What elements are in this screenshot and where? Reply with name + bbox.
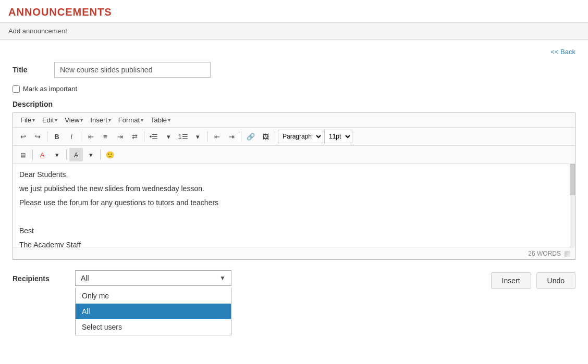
page-header: ANNOUNCEMENTS: [0, 0, 588, 22]
title-label: Title: [13, 66, 54, 74]
menu-format-caret: ▾: [141, 117, 143, 123]
menu-edit-caret: ▾: [55, 117, 57, 123]
font-color-dropdown[interactable]: ▾: [50, 148, 64, 161]
recipients-dropdown-wrapper: All ▼ Only me All Select users: [75, 270, 231, 286]
toolbar-sep-9: [100, 149, 101, 160]
description-label: Description: [13, 100, 575, 108]
highlight-button[interactable]: A: [69, 148, 83, 161]
content-area: << Back Title Mark as important Descript…: [0, 40, 588, 297]
editor-toolbar-row2: ▤ A ▾ A ▾ 🙂: [13, 146, 575, 164]
editor-line-2: we just published the new slides from we…: [19, 183, 568, 194]
editor-content[interactable]: Dear Students, we just published the new…: [13, 164, 575, 247]
undo-announcement-button[interactable]: Undo: [536, 272, 575, 289]
ordered-list-dropdown[interactable]: ▾: [191, 130, 204, 143]
menu-view-caret: ▾: [80, 117, 83, 123]
word-count-icon: ▦: [564, 249, 571, 258]
editor-menubar: File ▾ Edit ▾ View ▾ Insert ▾ Format ▾ T…: [13, 113, 575, 128]
editor-line-4: [19, 211, 568, 222]
menu-insert[interactable]: Insert ▾: [87, 115, 114, 125]
recipients-label: Recipients: [13, 270, 75, 283]
font-color-button[interactable]: A: [35, 148, 49, 161]
recipients-select[interactable]: All ▼: [75, 270, 231, 286]
mark-important-label: Mark as important: [23, 85, 77, 93]
dropdown-arrow-icon: ▼: [219, 274, 226, 282]
link-button[interactable]: 🔗: [244, 130, 258, 143]
bottom-row: Recipients All ▼ Only me All Select user…: [13, 265, 575, 289]
align-left-button[interactable]: ⇤: [84, 130, 97, 143]
recipients-dropdown-menu: Only me All Select users: [75, 288, 231, 335]
editor-scrollbar[interactable]: [570, 164, 575, 247]
word-count-bar: 26 WORDS ▦: [13, 247, 575, 259]
paragraph-select[interactable]: Paragraph: [278, 130, 323, 143]
undo-button[interactable]: ↩: [16, 130, 30, 143]
redo-button[interactable]: ↪: [31, 130, 44, 143]
menu-table-label: Table: [151, 116, 167, 124]
back-link[interactable]: << Back: [13, 48, 575, 56]
editor-line-6: The Academy Staff: [19, 240, 568, 247]
outdent-button[interactable]: ⇤: [210, 130, 224, 143]
toolbar-sep-5: [241, 131, 241, 142]
highlight-dropdown[interactable]: ▾: [84, 148, 97, 161]
title-input[interactable]: [54, 62, 211, 78]
word-count-text: 26 WORDS: [528, 250, 561, 257]
toolbar-sep-2: [81, 131, 81, 142]
dropdown-option-only-me[interactable]: Only me: [76, 288, 231, 304]
menu-insert-caret: ▾: [108, 117, 111, 123]
menu-file[interactable]: File ▾: [17, 115, 38, 125]
indent-button[interactable]: ⇥: [225, 130, 238, 143]
menu-edit-label: Edit: [42, 116, 54, 124]
align-center-button[interactable]: ≡: [99, 130, 112, 143]
unordered-list-dropdown[interactable]: ▾: [162, 130, 175, 143]
emoji-button[interactable]: 🙂: [103, 148, 117, 161]
toolbar-sep-4: [207, 131, 207, 142]
italic-button[interactable]: I: [65, 130, 78, 143]
recipients-container: Recipients All ▼ Only me All Select user…: [13, 270, 231, 286]
editor-scrollbar-thumb[interactable]: [570, 164, 575, 195]
font-size-select[interactable]: 11pt: [324, 130, 352, 143]
mark-important-row: Mark as important: [13, 85, 575, 93]
editor-toolbar-row1: ↩ ↪ B I ⇤ ≡ ⇥ ⇄ •☰ ▾ 1☰ ▾ ⇤ ⇥ 🔗 🖼 Paragr…: [13, 128, 575, 146]
mark-important-checkbox[interactable]: [13, 85, 20, 93]
editor-scroll-container: Dear Students, we just published the new…: [13, 164, 575, 247]
menu-table[interactable]: Table ▾: [148, 115, 174, 125]
back-link-anchor[interactable]: << Back: [550, 48, 575, 56]
menu-format-label: Format: [118, 116, 140, 124]
menu-format[interactable]: Format ▾: [115, 115, 146, 125]
dropdown-option-select-users[interactable]: Select users: [76, 319, 231, 335]
align-right-button[interactable]: ⇥: [113, 130, 127, 143]
title-row: Title: [13, 62, 575, 78]
toolbar-sep-7: [32, 149, 33, 160]
menu-file-caret: ▾: [32, 117, 35, 123]
editor-line-5: Best: [19, 225, 568, 236]
recipients-current-value: All: [81, 274, 89, 282]
dropdown-option-all[interactable]: All: [76, 304, 231, 319]
unordered-list-button[interactable]: •☰: [147, 130, 161, 143]
toolbar-sep-8: [66, 149, 67, 160]
page-title: ANNOUNCEMENTS: [8, 6, 580, 18]
toolbar-sep-1: [47, 131, 47, 142]
table-insert-button[interactable]: ▤: [16, 148, 30, 161]
menu-table-caret: ▾: [168, 117, 170, 123]
menu-view-label: View: [65, 116, 79, 124]
align-justify-button[interactable]: ⇄: [128, 130, 141, 143]
image-button[interactable]: 🖼: [259, 130, 272, 143]
menu-insert-label: Insert: [90, 116, 107, 124]
toolbar-sep-3: [144, 131, 144, 142]
menu-edit[interactable]: Edit ▾: [39, 115, 60, 125]
editor-line-3: Please use the forum for any questions t…: [19, 197, 568, 208]
action-buttons: Insert Undo: [491, 270, 575, 289]
breadcrumb: Add announcement: [0, 22, 588, 40]
editor-line-1: Dear Students,: [19, 169, 568, 180]
bold-button[interactable]: B: [50, 130, 64, 143]
menu-view[interactable]: View ▾: [62, 115, 86, 125]
editor-wrapper: File ▾ Edit ▾ View ▾ Insert ▾ Format ▾ T…: [13, 112, 575, 260]
insert-button[interactable]: Insert: [491, 272, 531, 289]
menu-file-label: File: [20, 116, 31, 124]
ordered-list-button[interactable]: 1☰: [176, 130, 190, 143]
toolbar-sep-6: [275, 131, 275, 142]
